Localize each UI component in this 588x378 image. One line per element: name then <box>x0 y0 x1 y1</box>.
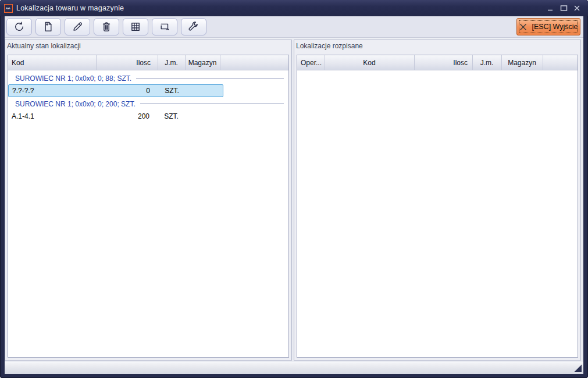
group-row[interactable]: SUROWIEC NR 1; 0x0x0; 0; 200; SZT. <box>8 98 287 110</box>
cell-magazyn <box>186 85 220 97</box>
delete-button[interactable] <box>94 18 119 35</box>
column-separator <box>158 55 158 70</box>
app-window: Lokalizacja towaru w magazynie <box>0 0 588 378</box>
left-panel-title: Aktualny stan lokalizacji <box>7 42 81 50</box>
maximize-button[interactable] <box>560 4 568 12</box>
delete-trash-icon <box>100 20 113 33</box>
panel-current-locations: Aktualny stan lokalizacji Kod Ilosc J.m.… <box>5 40 292 361</box>
column-separator <box>472 55 473 70</box>
right-panel-title: Lokalizacje rozpisane <box>296 42 363 50</box>
close-icon <box>573 5 580 12</box>
group-header-text: SUROWIEC NR 1; 0x0x0; 0; 88; SZT. <box>15 74 131 83</box>
cell-ilosc: 200 <box>96 110 158 123</box>
group-header-line <box>136 78 284 79</box>
column-separator <box>96 55 97 70</box>
col-header-ilosc[interactable]: Ilosc <box>414 55 472 70</box>
column-separator <box>185 55 186 70</box>
column-separator <box>325 55 325 70</box>
wrench-icon <box>187 20 200 33</box>
resize-grip[interactable] <box>574 365 582 372</box>
left-grid-header: Kod Ilosc J.m. Magazyn <box>8 55 288 70</box>
left-grid-body: SUROWIEC NR 1; 0x0x0; 0; 88; SZT. ?.?-?.… <box>8 70 288 357</box>
col-header-magazyn[interactable]: Magazyn <box>501 55 543 70</box>
maximize-icon <box>560 5 568 12</box>
group-header-text: SUROWIEC NR 1; 0x0x0; 0; 200; SZT. <box>15 100 136 108</box>
window-title: Lokalizacja towaru w magazynie <box>16 4 124 12</box>
col-header-jm[interactable]: J.m. <box>472 55 501 70</box>
exit-button-label: [ESC] Wyjście <box>532 23 578 31</box>
new-button[interactable] <box>35 18 61 35</box>
close-button[interactable] <box>573 4 581 12</box>
col-header-oper[interactable]: Oper... <box>297 55 325 70</box>
refresh-button[interactable] <box>6 18 32 35</box>
app-icon[interactable] <box>4 4 13 13</box>
panel-allocated-locations: Lokalizacje rozpisane Oper... Kod Ilosc … <box>294 40 581 361</box>
minimize-icon <box>547 5 554 12</box>
status-bar <box>5 362 583 374</box>
grid-view-button[interactable] <box>123 18 148 35</box>
group-header-line <box>140 104 284 104</box>
toolbar: [ESC] Wyjście <box>5 16 583 38</box>
cell-ilosc: 0 <box>97 85 158 97</box>
grid-icon <box>129 20 142 33</box>
col-header-ilosc[interactable]: Ilosc <box>96 55 158 70</box>
loop-button[interactable] <box>152 18 177 35</box>
table-row[interactable]: A.1-4.1 200 SZT. <box>8 110 223 123</box>
right-grid-header: Oper... Kod Ilosc J.m. Magazyn <box>297 55 578 70</box>
column-separator <box>220 55 220 70</box>
right-grid: Oper... Kod Ilosc J.m. Magazyn <box>297 55 578 358</box>
group-row[interactable]: SUROWIEC NR 1; 0x0x0; 0; 88; SZT. <box>8 72 287 84</box>
title-bar[interactable]: Lokalizacja towaru w magazynie <box>0 0 588 16</box>
col-header-kod[interactable]: Kod <box>325 55 414 70</box>
edit-pencil-icon <box>71 20 84 33</box>
exit-button[interactable]: [ESC] Wyjście <box>516 18 580 35</box>
right-grid-body <box>297 70 578 357</box>
close-x-icon <box>519 23 528 31</box>
minimize-button[interactable] <box>546 4 554 12</box>
col-header-magazyn[interactable]: Magazyn <box>185 55 220 70</box>
edit-button[interactable] <box>65 18 90 35</box>
col-header-jm[interactable]: J.m. <box>158 55 185 70</box>
left-grid: Kod Ilosc J.m. Magazyn SUROWIEC NR 1; 0x… <box>8 55 289 358</box>
column-separator <box>543 55 543 70</box>
cell-kod: ?.?-?.? <box>9 85 97 97</box>
client-area: [ESC] Wyjście Aktualny stan lokalizacji … <box>5 16 583 374</box>
cell-kod: A.1-4.1 <box>8 110 96 123</box>
cell-jm: SZT. <box>158 110 185 123</box>
tools-button[interactable] <box>181 18 206 35</box>
loop-icon <box>158 20 171 33</box>
column-separator <box>501 55 502 70</box>
col-header-kod[interactable]: Kod <box>8 55 96 70</box>
cell-magazyn <box>185 110 220 123</box>
table-row-selected[interactable]: ?.?-?.? 0 SZT. <box>8 84 223 97</box>
app-logo-icon <box>4 4 13 13</box>
window-controls <box>546 0 581 16</box>
column-separator <box>414 55 415 70</box>
cell-jm: SZT. <box>158 85 186 97</box>
refresh-icon <box>13 20 26 33</box>
new-document-icon <box>42 20 55 33</box>
